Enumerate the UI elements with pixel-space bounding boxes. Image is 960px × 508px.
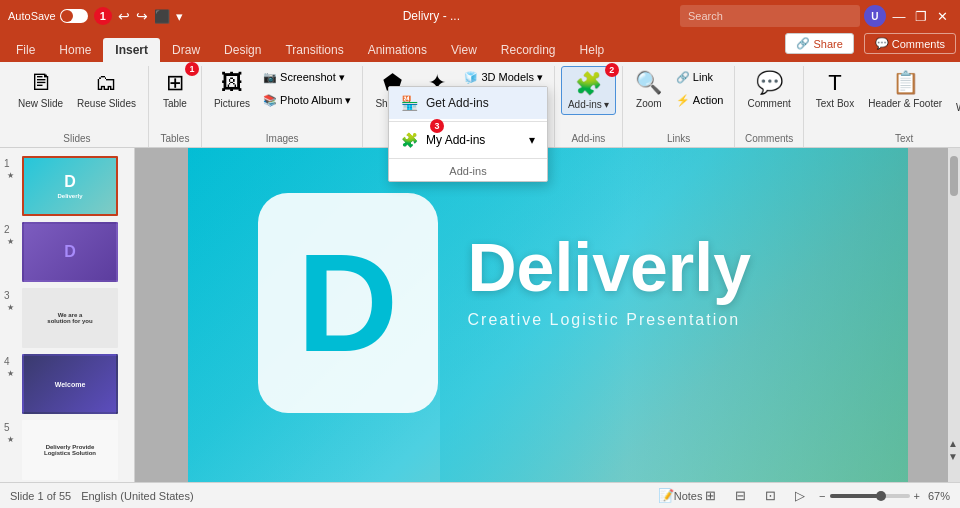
- slideshow-button[interactable]: ▷: [789, 485, 811, 507]
- comment-btn-label: Comment: [747, 98, 790, 109]
- redo-icon[interactable]: ↪: [136, 8, 148, 24]
- scroll-down[interactable]: ▼: [948, 451, 958, 462]
- zoom-out-button[interactable]: −: [819, 490, 825, 502]
- slides-group-label: Slides: [63, 133, 90, 147]
- scroll-thumb[interactable]: [950, 156, 958, 196]
- new-slide-icon: 🖹: [30, 70, 52, 96]
- 3d-models-button[interactable]: 🧊 3D Models ▾: [459, 66, 548, 88]
- slide-thumb-4[interactable]: 4 ★ Welcome: [4, 354, 130, 414]
- tab-help[interactable]: Help: [568, 38, 617, 62]
- addins-group-label: Add-ins: [571, 133, 605, 147]
- tab-draw[interactable]: Draw: [160, 38, 212, 62]
- more-icon[interactable]: ▾: [176, 9, 183, 24]
- comments-group-label: Comments: [745, 133, 793, 147]
- title-bar-right: U — ❐ ✕: [680, 5, 952, 27]
- slide-thumb-2[interactable]: 2 ★ D: [4, 222, 130, 282]
- zoom-level: 67%: [928, 490, 950, 502]
- reuse-slides-icon: 🗂: [95, 70, 117, 96]
- zoom-in-button[interactable]: +: [914, 490, 920, 502]
- pictures-icon: 🖼: [221, 70, 243, 96]
- ribbon-group-images: 🖼 Pictures 📷 Screenshot ▾ 📚 Photo Album …: [202, 66, 364, 147]
- slide-d-letter: D: [297, 233, 398, 373]
- tab-animations[interactable]: Animations: [356, 38, 439, 62]
- status-bar: Slide 1 of 55 English (United States) 📝 …: [0, 482, 960, 508]
- addins-separator: [389, 121, 547, 122]
- tab-home[interactable]: Home: [47, 38, 103, 62]
- comments-button[interactable]: 💬 Comments: [864, 33, 956, 54]
- slide-thumb-1[interactable]: 1 ★ D Deliverly: [4, 156, 130, 216]
- table-button[interactable]: ⊞ Table 1: [155, 66, 195, 113]
- action-button[interactable]: ⚡ Action: [671, 89, 729, 111]
- slide-thumb-3[interactable]: 3 ★ We are a solution for you: [4, 288, 130, 348]
- share-button[interactable]: 🔗 Share: [785, 33, 853, 54]
- slides-panel[interactable]: 1 ★ D Deliverly 2 ★ D 3: [0, 148, 135, 482]
- addins-icon: 🧩: [575, 71, 602, 97]
- slide-image-4[interactable]: Welcome: [22, 354, 118, 414]
- scroll-up[interactable]: ▲: [948, 438, 958, 449]
- language-label: English (United States): [81, 490, 194, 502]
- my-addins-item[interactable]: 🧩 My Add-ins ▾: [389, 124, 547, 156]
- pictures-button[interactable]: 🖼 Pictures: [208, 66, 256, 113]
- autosave-toggle[interactable]: [60, 9, 88, 23]
- header-footer-button[interactable]: 📋 Header & Footer: [862, 66, 948, 113]
- text-group-label: Text: [895, 133, 913, 147]
- addins-dropdown: 🏪 Get Add-ins 🧩 My Add-ins ▾ Add-ins: [388, 86, 548, 182]
- photo-album-label: Photo Album: [280, 94, 342, 106]
- screenshot-icon: 📷: [263, 71, 277, 84]
- badge-1: 1: [94, 7, 112, 25]
- slide-image-5[interactable]: Deliverly Provide Logistics Solution: [22, 420, 118, 480]
- restore-button[interactable]: ❐: [912, 7, 930, 25]
- undo-icon[interactable]: ↩: [118, 8, 130, 24]
- my-addins-label: My Add-ins: [426, 133, 485, 147]
- slide-text-area: Deliverly Creative Logistic Presentation: [468, 233, 752, 329]
- header-footer-icon: 📋: [892, 70, 919, 96]
- tab-recording[interactable]: Recording: [489, 38, 568, 62]
- link-label: Link: [693, 71, 713, 83]
- table-icon: ⊞: [166, 70, 184, 96]
- slide-image-3[interactable]: We are a solution for you: [22, 288, 118, 348]
- table-label: Table: [163, 98, 187, 109]
- reading-view-button[interactable]: ⊡: [759, 485, 781, 507]
- tab-transitions[interactable]: Transitions: [273, 38, 355, 62]
- link-button[interactable]: 🔗 Link: [671, 66, 729, 88]
- notes-button[interactable]: 📝 Notes: [669, 485, 691, 507]
- 3d-models-icon: 🧊: [464, 71, 478, 84]
- slide-image-2[interactable]: D: [22, 222, 118, 282]
- links-group-label: Links: [667, 133, 690, 147]
- ribbon-group-comments: 💬 Comment Comments: [735, 66, 803, 147]
- ribbon-tabs: File Home Insert Draw Design Transitions…: [0, 32, 960, 62]
- textbox-button[interactable]: T Text Box: [810, 66, 860, 113]
- wordart-button[interactable]: Ａ WordArt: [950, 66, 960, 117]
- slide-sorter-button[interactable]: ⊟: [729, 485, 751, 507]
- addins-button[interactable]: 🧩 Add-ins ▾ 2: [561, 66, 616, 115]
- zoom-slider[interactable]: [830, 494, 910, 498]
- badge-2-indicator: 2: [605, 63, 619, 77]
- new-slide-button[interactable]: 🖹 New Slide: [12, 66, 69, 113]
- tab-insert[interactable]: Insert: [103, 38, 160, 62]
- store-icon: 🏪: [401, 95, 418, 111]
- close-button[interactable]: ✕: [934, 7, 952, 25]
- reuse-slides-button[interactable]: 🗂 Reuse Slides: [71, 66, 142, 113]
- zoom-button[interactable]: 🔍 Zoom: [629, 66, 669, 113]
- tab-view[interactable]: View: [439, 38, 489, 62]
- slide-thumb-5[interactable]: 5 ★ Deliverly Provide Logistics Solution: [4, 420, 130, 480]
- normal-view-button[interactable]: ⊞: [699, 485, 721, 507]
- autosave-area[interactable]: AutoSave 1: [8, 7, 112, 25]
- slide-image-1[interactable]: D Deliverly: [22, 156, 118, 216]
- screenshot-button[interactable]: 📷 Screenshot ▾: [258, 66, 356, 88]
- present-icon[interactable]: ⬛: [154, 9, 170, 24]
- get-addins-item[interactable]: 🏪 Get Add-ins: [389, 87, 547, 119]
- zoom-control: − + 67%: [819, 490, 950, 502]
- comment-button[interactable]: 💬 Comment: [741, 66, 796, 113]
- main-area: 1 ★ D Deliverly 2 ★ D 3: [0, 148, 960, 482]
- avatar[interactable]: U: [864, 5, 886, 27]
- search-input[interactable]: [680, 5, 860, 27]
- scroll-bar[interactable]: ▲ ▼: [948, 148, 960, 482]
- zoom-icon: 🔍: [635, 70, 662, 96]
- photo-album-button[interactable]: 📚 Photo Album ▾: [258, 89, 356, 111]
- tab-design[interactable]: Design: [212, 38, 273, 62]
- action-label: Action: [693, 94, 724, 106]
- addins-footer-label: Add-ins: [389, 161, 547, 181]
- tab-file[interactable]: File: [4, 38, 47, 62]
- minimize-button[interactable]: —: [890, 7, 908, 25]
